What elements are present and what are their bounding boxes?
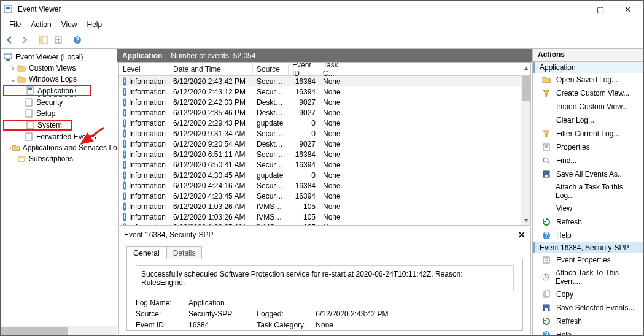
nav-wl-setup[interactable]: Setup (3, 108, 115, 119)
table-row[interactable]: iInformation6/12/2020 1:03:26 AMIVMSD...… (119, 212, 530, 222)
action-item[interactable]: View (533, 202, 643, 215)
nav-custom-views[interactable]: › Custom Views (3, 63, 115, 74)
action-item[interactable]: Properties (533, 140, 643, 154)
computer-icon (3, 52, 13, 62)
action-item[interactable]: Open Saved Log... (533, 73, 643, 86)
action-label: Attach a Task To this Log... (556, 183, 638, 200)
action-label: Clear Log... (556, 116, 594, 124)
cell-event-id: 9027 (289, 98, 319, 107)
action-item[interactable]: Clear Log... (533, 113, 643, 127)
table-row[interactable]: iInformation6/12/2020 4:23:45 AMSecurit.… (119, 191, 530, 201)
grid-vertical-scrollbar[interactable]: ▴ ▾ (521, 76, 530, 225)
table-row[interactable]: iInformation6/12/2020 4:24:16 AMSecurit.… (119, 180, 530, 191)
grid-body[interactable]: iInformation6/12/2020 2:43:42 PMSecurit.… (119, 76, 530, 225)
scroll-down-icon[interactable]: ▾ (521, 215, 530, 225)
svg-point-18 (543, 158, 548, 162)
action-item[interactable]: Save All Events As... (533, 167, 643, 181)
cell-date: 6/12/2020 9:31:34 AM (169, 129, 253, 138)
action-item[interactable]: Copy (533, 288, 643, 301)
action-item[interactable]: Event Properties (533, 253, 643, 267)
cell-date: 6/12/2020 4:23:45 AM (169, 192, 253, 200)
detail-close-button[interactable]: ✕ (518, 230, 526, 240)
action-item[interactable]: Attach a Task To this Log... (533, 181, 643, 202)
close-button[interactable]: ✕ (614, 2, 641, 17)
action-item[interactable]: Filter Current Log... (533, 127, 643, 140)
maximize-button[interactable]: ▢ (587, 2, 614, 17)
forward-button[interactable] (18, 33, 31, 47)
menu-action[interactable]: Action (26, 19, 56, 30)
nav-horizontal-scrollbar[interactable] (1, 326, 117, 335)
refresh-icon (541, 217, 551, 227)
show-hide-tree-button[interactable] (37, 33, 50, 47)
action-item[interactable]: Refresh (533, 215, 643, 229)
nav-apps-services[interactable]: › Applications and Services Lo (3, 142, 115, 153)
action-item[interactable]: Find... (533, 154, 643, 167)
action-label: Find... (556, 156, 576, 165)
value-task-category: None (316, 319, 333, 330)
minimize-button[interactable]: — (560, 2, 587, 17)
tab-general[interactable]: General (126, 246, 166, 259)
table-row[interactable]: iInformation6/12/2020 2:43:42 PMSecurit.… (119, 76, 530, 86)
cell-date: 6/12/2020 2:43:42 PM (169, 77, 253, 86)
svg-rect-9 (27, 87, 33, 94)
blank-icon (541, 115, 551, 125)
col-source[interactable]: Source (253, 63, 289, 75)
table-row[interactable]: iInformation6/12/2020 9:20:54 AMDeskto..… (119, 139, 530, 149)
cell-level: Information (129, 109, 166, 117)
nav-windows-logs[interactable]: ⌄ Windows Logs (3, 74, 115, 85)
cell-event-id: 9027 (289, 109, 319, 117)
col-task[interactable]: Task C... (319, 63, 351, 75)
action-label: Open Saved Log... (556, 75, 618, 84)
col-date[interactable]: Date and Time (169, 63, 253, 75)
table-row[interactable]: iInformation6/12/2020 1:03:25 AMIVMSU...… (119, 222, 530, 225)
nav-wl-application[interactable]: Application (3, 85, 91, 96)
cell-date: 6/12/2020 2:29:43 PM (169, 119, 253, 128)
table-row[interactable]: iInformation6/12/2020 9:31:34 AMSecurit.… (119, 128, 530, 139)
props-icon (541, 255, 551, 265)
table-row[interactable]: iInformation6/12/2020 2:29:43 PMgupdate0… (119, 118, 530, 128)
information-icon: i (123, 202, 126, 211)
menu-file[interactable]: File (4, 19, 26, 30)
col-event-id[interactable]: Event ID (289, 63, 319, 75)
action-label: Attach Task To This Event... (556, 269, 638, 286)
action-item[interactable]: Import Custom View... (533, 100, 643, 113)
cell-level: Information (129, 213, 166, 221)
scroll-up-icon[interactable]: ▴ (521, 63, 530, 72)
table-row[interactable]: iInformation6/12/2020 2:43:12 PMSecurit.… (119, 86, 530, 97)
collapse-icon[interactable]: ⌄ (9, 74, 17, 85)
actions-group-event: Event 16384, Security-SPP (533, 242, 643, 253)
action-item[interactable]: ?Help (533, 328, 643, 335)
tab-details[interactable]: Details (166, 246, 203, 259)
cell-event-id: 105 (289, 223, 319, 226)
action-item[interactable]: Refresh (533, 315, 643, 328)
action-item[interactable]: Attach Task To This Event... (533, 267, 643, 288)
nav-root[interactable]: Event Viewer (Local) (3, 52, 115, 63)
col-level[interactable]: Level (119, 63, 169, 75)
table-row[interactable]: iInformation6/12/2020 2:42:03 PMDeskto..… (119, 97, 530, 107)
table-row[interactable]: iInformation6/12/2020 1:03:26 AMIVMSSt..… (119, 201, 530, 212)
table-row[interactable]: iInformation6/12/2020 2:35:46 PMDeskto..… (119, 107, 530, 118)
folder-icon (17, 63, 26, 73)
table-row[interactable]: iInformation6/12/2020 6:51:11 AMSecurit.… (119, 149, 530, 159)
expand-icon[interactable]: › (9, 63, 17, 74)
cell-task: None (319, 140, 351, 148)
nav-wl-forwarded[interactable]: Forwarded Events (3, 131, 115, 142)
menu-view[interactable]: View (56, 19, 82, 30)
action-item[interactable]: Save Selected Events... (533, 301, 643, 315)
export-button[interactable] (52, 33, 65, 47)
nav-subscriptions[interactable]: Subscriptions (3, 153, 115, 164)
action-item[interactable]: ?Help (533, 229, 643, 242)
find-icon (541, 156, 551, 166)
table-row[interactable]: iInformation6/12/2020 4:30:45 AMgupdate0… (119, 170, 530, 180)
action-item[interactable]: Create Custom View... (533, 86, 643, 100)
table-row[interactable]: iInformation6/12/2020 6:50:41 AMSecurit.… (119, 159, 530, 170)
folder-icon (12, 143, 20, 153)
menu-help[interactable]: Help (82, 19, 107, 30)
back-button[interactable] (3, 33, 17, 47)
svg-rect-28 (545, 308, 548, 311)
help-button[interactable]: ? (71, 33, 84, 47)
nav-wl-system[interactable]: System (3, 120, 72, 131)
nav-wl-security[interactable]: Security (3, 97, 115, 108)
cell-source: gupdate (253, 171, 289, 180)
nav-pane: Event Viewer (Local) › Custom Views ⌄ Wi… (1, 49, 117, 335)
